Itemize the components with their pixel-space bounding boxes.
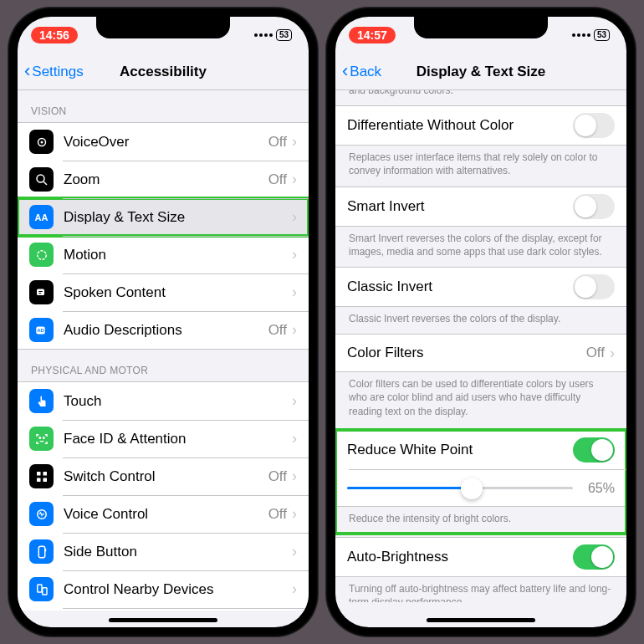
chevron-left-icon: ‹ xyxy=(24,62,30,80)
row-label: Motion xyxy=(64,247,292,263)
cellular-dots-icon xyxy=(572,33,590,37)
section-header-physical: PHYSICAL AND MOTOR xyxy=(18,350,309,381)
row-label: Smart Invert xyxy=(347,198,573,215)
row-zoom[interactable]: Zoom Off › xyxy=(18,161,309,198)
home-indicator[interactable] xyxy=(109,618,217,622)
row-label: Auto-Brightness xyxy=(347,549,573,565)
battery-indicator: 53 xyxy=(276,29,292,41)
row-reduce-white-point[interactable]: Reduce White Point xyxy=(335,431,626,469)
phone-left: 14:56 53 ‹ Settings Accessibility VISION xyxy=(8,7,319,637)
row-touch[interactable]: Touch › xyxy=(18,382,309,420)
svg-rect-17 xyxy=(37,585,41,592)
back-button[interactable]: ‹ Settings xyxy=(24,64,84,80)
row-label: Zoom xyxy=(64,171,268,188)
row-value: Off xyxy=(268,322,287,339)
row-voice-control[interactable]: Voice Control Off › xyxy=(18,495,309,533)
row-spoken-content[interactable]: Spoken Content › xyxy=(18,273,309,311)
notch xyxy=(414,17,548,38)
row-control-nearby-devices[interactable]: Control Nearby Devices › xyxy=(18,570,309,608)
footer-dwc: Replaces user interface items that rely … xyxy=(335,146,626,186)
row-label: Reduce White Point xyxy=(347,442,573,458)
back-label: Back xyxy=(350,64,381,80)
slider-reduce-white-point[interactable] xyxy=(347,487,573,489)
row-label: Touch xyxy=(64,393,292,410)
svg-point-4 xyxy=(37,250,46,259)
row-label: Voice Control xyxy=(64,506,268,523)
chevron-right-icon: › xyxy=(292,392,297,410)
row-label: Switch Control xyxy=(64,468,268,485)
row-label: Differentiate Without Color xyxy=(347,117,573,134)
voice-control-icon xyxy=(29,502,54,526)
section-header-vision: VISION xyxy=(18,90,309,122)
footer-color-filters: Color filters can be used to differentia… xyxy=(335,372,626,427)
group-physical: Touch › Face ID & Attention › Switch Con… xyxy=(18,381,309,611)
row-audio-descriptions[interactable]: AD Audio Descriptions Off › xyxy=(18,311,309,349)
row-side-button[interactable]: Side Button › xyxy=(18,533,309,570)
spoken-content-icon xyxy=(29,280,54,304)
row-display-text-size[interactable]: AA Display & Text Size › xyxy=(18,198,309,236)
row-reduce-white-point-slider: 65% xyxy=(335,469,626,506)
cellular-dots-icon xyxy=(254,33,273,37)
svg-point-9 xyxy=(43,437,44,438)
voiceover-icon xyxy=(29,130,54,154)
svg-rect-16 xyxy=(44,549,46,551)
chevron-right-icon: › xyxy=(292,505,297,523)
row-switch-control[interactable]: Switch Control Off › xyxy=(18,457,309,495)
footer-smart-invert: Smart Invert reverses the colors of the … xyxy=(335,227,626,267)
row-color-filters[interactable]: Color Filters Off › xyxy=(335,335,626,371)
row-label: Display & Text Size xyxy=(64,209,292,226)
toggle-auto-brightness[interactable] xyxy=(573,544,615,570)
row-face-id-attention[interactable]: Face ID & Attention › xyxy=(18,420,309,457)
svg-line-3 xyxy=(43,181,47,185)
row-smart-invert[interactable]: Smart Invert xyxy=(335,187,626,226)
chevron-right-icon: › xyxy=(292,284,297,301)
toggle-differentiate-without-color[interactable] xyxy=(573,113,615,138)
row-value: Off xyxy=(268,134,287,151)
chevron-right-icon: › xyxy=(292,246,297,263)
slider-value-label: 65% xyxy=(581,481,615,496)
row-motion[interactable]: Motion › xyxy=(18,236,309,273)
row-label: VoiceOver xyxy=(64,134,268,151)
footer-auto-brightness: Turning off auto-brightness may affect b… xyxy=(335,577,626,602)
page-title: Accessibility xyxy=(120,64,207,80)
screen-recording-time-pill[interactable]: 14:56 xyxy=(31,27,78,43)
row-value: Off xyxy=(268,506,287,523)
chevron-right-icon: › xyxy=(292,171,297,188)
svg-text:AD: AD xyxy=(37,328,44,333)
face-id-icon xyxy=(29,427,54,451)
chevron-left-icon: ‹ xyxy=(342,62,348,80)
footer-reduce-white-point: Reduce the intensity of bright colors. xyxy=(335,507,626,534)
row-apple-tv-remote[interactable]: Apple TV Remote › xyxy=(18,608,309,611)
chevron-right-icon: › xyxy=(292,468,297,485)
display-text-size-icon: AA xyxy=(29,205,54,229)
svg-rect-18 xyxy=(42,587,46,594)
toggle-smart-invert[interactable] xyxy=(573,194,615,219)
svg-point-1 xyxy=(40,141,43,143)
toggle-classic-invert[interactable] xyxy=(573,274,615,299)
motion-icon xyxy=(29,243,54,267)
page-title: Display & Text Size xyxy=(417,64,546,80)
row-label: Face ID & Attention xyxy=(64,431,292,447)
svg-rect-11 xyxy=(43,472,47,476)
row-differentiate-without-color[interactable]: Differentiate Without Color xyxy=(335,106,626,145)
svg-rect-5 xyxy=(37,289,44,295)
phone-right: 14:57 53 ‹ Back Display & Text Size and … xyxy=(325,7,636,637)
row-value: Off xyxy=(268,171,287,188)
row-label: Audio Descriptions xyxy=(64,322,268,339)
row-auto-brightness[interactable]: Auto-Brightness xyxy=(335,538,626,576)
row-value: Off xyxy=(268,468,287,485)
row-classic-invert[interactable]: Classic Invert xyxy=(335,268,626,306)
row-label: Side Button xyxy=(64,544,292,560)
home-indicator[interactable] xyxy=(427,618,535,622)
svg-point-2 xyxy=(37,175,44,182)
toggle-reduce-white-point[interactable] xyxy=(573,437,615,463)
switch-control-icon xyxy=(29,464,54,488)
row-voiceover[interactable]: VoiceOver Off › xyxy=(18,123,309,161)
screen-recording-time-pill[interactable]: 14:57 xyxy=(349,27,396,43)
nearby-devices-icon xyxy=(29,577,54,601)
chevron-right-icon: › xyxy=(292,543,297,560)
footer-classic-invert: Classic Invert reverses the colors of th… xyxy=(335,307,626,334)
chevron-right-icon: › xyxy=(292,430,297,447)
back-button[interactable]: ‹ Back xyxy=(342,64,381,80)
chevron-right-icon: › xyxy=(292,133,297,151)
